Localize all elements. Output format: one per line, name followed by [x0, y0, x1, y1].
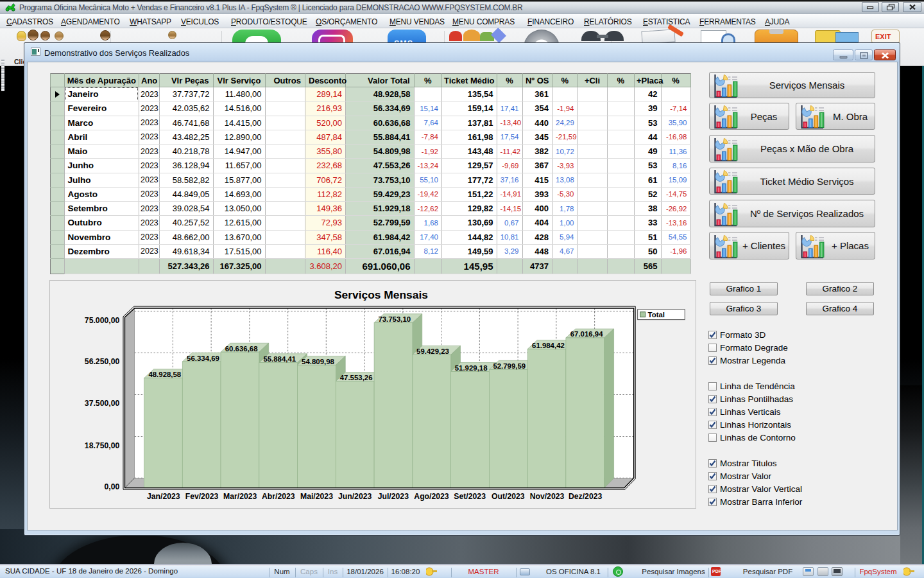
svg-text:37.500,00: 37.500,00	[85, 399, 120, 408]
svg-text:56.334,69: 56.334,69	[187, 355, 219, 362]
svg-text:Mar/2023: Mar/2023	[223, 492, 257, 501]
svg-text:Nov/2023: Nov/2023	[530, 492, 565, 501]
svg-text:75.000,00: 75.000,00	[85, 316, 120, 325]
svg-text:Jan/2023: Jan/2023	[147, 492, 180, 501]
svg-text:Ago/2023: Ago/2023	[414, 492, 449, 501]
svg-text:Abr/2023: Abr/2023	[262, 492, 295, 501]
svg-text:61.984,42: 61.984,42	[532, 342, 565, 349]
svg-text:Dez/2023: Dez/2023	[569, 492, 603, 501]
svg-text:Mai/2023: Mai/2023	[300, 492, 333, 501]
svg-text:51.929,18: 51.929,18	[455, 364, 488, 372]
svg-text:Set/2023: Set/2023	[454, 492, 486, 501]
svg-text:55.884,41: 55.884,41	[263, 355, 296, 363]
svg-text:Jun/2023: Jun/2023	[338, 492, 372, 501]
svg-text:Out/2023: Out/2023	[492, 492, 525, 501]
svg-text:0,00: 0,00	[104, 482, 119, 491]
svg-text:59.429,23: 59.429,23	[416, 347, 449, 355]
svg-text:54.809,98: 54.809,98	[302, 358, 334, 365]
svg-text:52.799,59: 52.799,59	[493, 362, 526, 370]
svg-text:Total: Total	[648, 311, 665, 319]
svg-text:18.750,00: 18.750,00	[85, 441, 120, 450]
svg-text:73.753,10: 73.753,10	[378, 315, 411, 323]
svg-text:47.553,26: 47.553,26	[340, 374, 373, 381]
svg-text:Serviços Mensais: Serviços Mensais	[334, 288, 428, 301]
svg-text:56.250,00: 56.250,00	[85, 357, 120, 366]
svg-text:Jul/2023: Jul/2023	[378, 492, 409, 501]
svg-text:48.928,58: 48.928,58	[148, 371, 181, 378]
svg-text:Fev/2023: Fev/2023	[185, 492, 219, 501]
svg-text:67.016,94: 67.016,94	[570, 331, 603, 338]
svg-text:60.636,68: 60.636,68	[225, 345, 258, 353]
